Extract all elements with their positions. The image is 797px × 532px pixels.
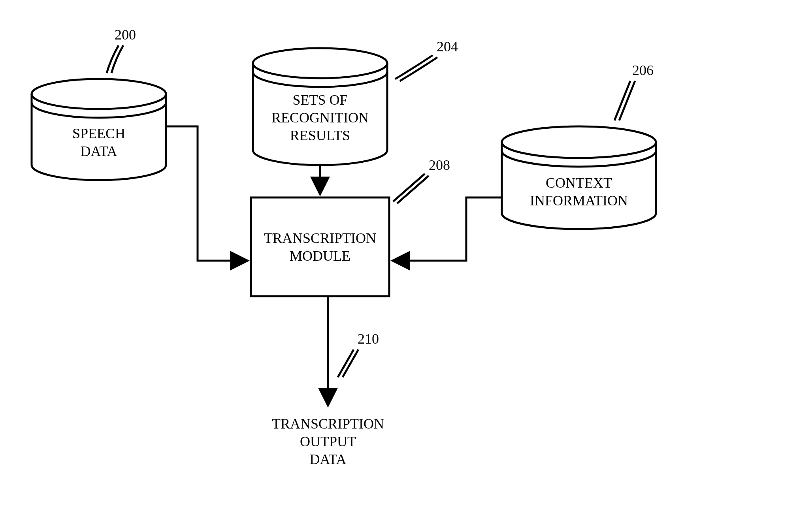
svg-point-0 [32,79,166,109]
output-label-1: TRANSCRIPTION [272,416,384,432]
output-label-3: DATA [309,451,346,467]
recognition-results-cylinder: SETS OF RECOGNITION RESULTS [253,48,387,165]
context-information-cylinder: CONTEXT INFORMATION [502,126,656,229]
speech-data-label-2: DATA [80,143,117,159]
arrow-speech-to-module [166,126,247,261]
svg-text:206: 206 [632,62,654,78]
recog-label-3: RESULTS [290,128,350,143]
ref-204: 204 [395,39,458,81]
ref-206: 206 [614,62,654,120]
ref-208: 208 [393,157,450,203]
svg-text:200: 200 [115,27,136,43]
svg-text:210: 210 [358,331,379,347]
ref-210: 210 [338,331,379,377]
recog-label-2: RECOGNITION [271,110,369,126]
svg-point-4 [502,126,656,158]
recog-label-1: SETS OF [292,92,347,108]
speech-data-cylinder: SPEECH DATA [32,79,166,180]
context-label-2: INFORMATION [530,193,628,209]
ref-200: 200 [107,27,136,73]
speech-data-label-1: SPEECH [72,126,125,141]
module-label-2: MODULE [290,248,350,264]
svg-text:208: 208 [429,157,450,173]
transcription-output-label-group: TRANSCRIPTION OUTPUT DATA [272,416,384,467]
module-label-1: TRANSCRIPTION [264,230,376,246]
svg-point-2 [253,48,387,78]
arrow-context-to-module [393,197,502,261]
context-label-1: CONTEXT [546,175,612,191]
svg-rect-6 [251,197,389,296]
svg-text:204: 204 [437,39,458,55]
transcription-module-box: TRANSCRIPTION MODULE [251,197,389,296]
output-label-2: OUTPUT [300,434,356,449]
